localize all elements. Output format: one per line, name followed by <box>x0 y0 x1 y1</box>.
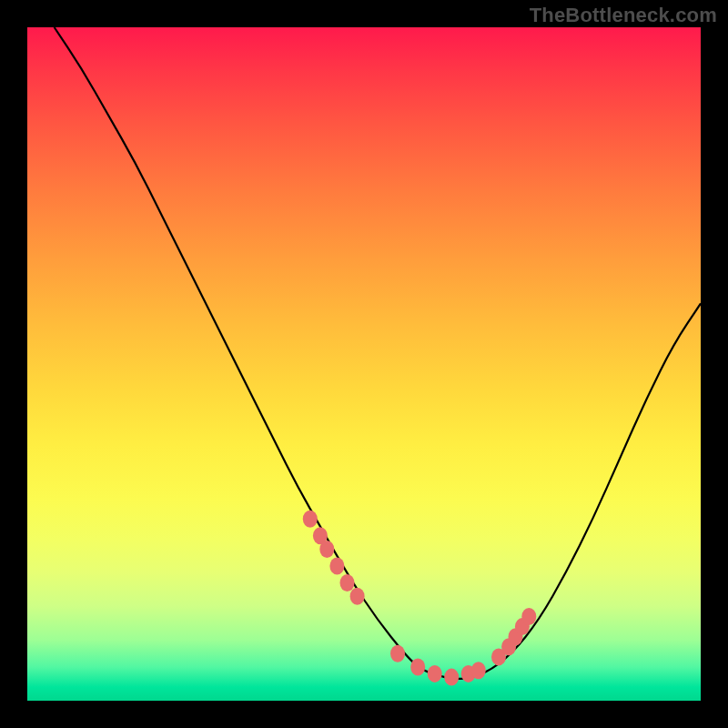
chart-point <box>390 645 405 662</box>
chart-point <box>410 659 425 676</box>
chart-point <box>303 511 318 528</box>
chart-point <box>329 558 344 575</box>
chart-point <box>340 574 355 592</box>
chart-point <box>444 669 459 686</box>
chart-highlight-points <box>303 511 537 686</box>
chart-point <box>350 588 365 605</box>
chart-point <box>521 608 536 625</box>
watermark-text: TheBottleneck.com <box>530 4 717 27</box>
chart-curve <box>55 27 701 679</box>
chart-point <box>471 662 486 679</box>
chart-plot-area <box>27 27 701 701</box>
chart-point <box>319 541 334 558</box>
chart-point <box>428 665 442 682</box>
chart-svg <box>27 27 701 701</box>
